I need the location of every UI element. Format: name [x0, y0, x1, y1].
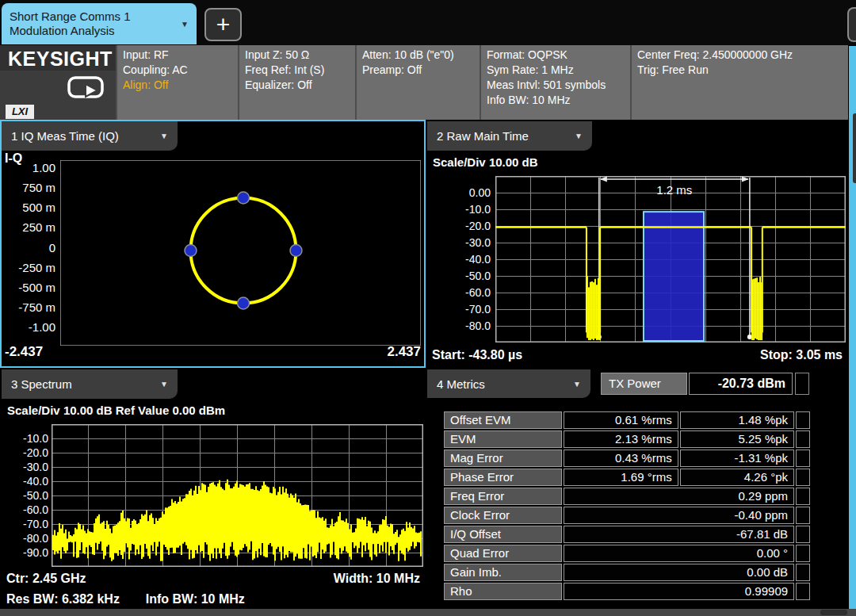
window-title-dropdown-rawtime[interactable]: 2 Raw Main Time ▼	[427, 121, 592, 151]
metric-label: Phase Error	[444, 469, 562, 486]
burst-marker-dot	[747, 335, 752, 339]
metric-peak-value: -1.31 %pk	[680, 450, 794, 467]
metrics-row: Freq Error0.29 ppm	[444, 488, 810, 505]
metric-trailing-cell	[796, 411, 810, 429]
header-column-5[interactable]: Center Freq: 2.450000000 GHzTrig: Free R…	[630, 45, 843, 120]
spectrum-display[interactable]	[52, 424, 423, 567]
metrics-row: Quad Error0.00 °	[444, 545, 810, 562]
metric-value: 0.00 °	[564, 545, 794, 562]
lxi-badge: LXI	[6, 105, 34, 119]
adjacent-window-button	[853, 113, 856, 183]
iq-constellation-display[interactable]	[60, 160, 421, 346]
tab-label-line1: Short Range Comms 1	[10, 10, 131, 24]
metrics-row: I/Q Offset-67.81 dB	[444, 526, 810, 543]
window-title-dropdown-iq[interactable]: 1 IQ Meas Time (IQ) ▼	[2, 121, 178, 151]
window-title-dropdown-metrics[interactable]: 4 Metrics ▼	[427, 369, 590, 398]
window-title: 3 Spectrum	[11, 377, 72, 391]
header-setting: Format: OQPSK	[487, 48, 630, 63]
center-freq-label: Ctr: 2.45 GHz	[6, 572, 86, 586]
metric-value: 0.29 ppm	[564, 488, 794, 505]
y-axis-tick: -80.0	[430, 319, 491, 333]
metric-trailing-cell	[796, 545, 810, 562]
y-axis-tick: -80.0	[5, 531, 48, 545]
metric-trailing-cell	[796, 469, 810, 486]
y-axis-tick: -10.0	[5, 431, 48, 446]
metric-peak-value: 5.25 %pk	[680, 430, 794, 448]
span-width-label: Width: 10 MHz	[262, 572, 420, 586]
tx-power-trailing-cell	[795, 373, 809, 395]
panel-metrics[interactable]: 4 Metrics ▼ TX Power -20.73 dBm Offset E…	[427, 369, 847, 607]
header-setting: Info BW: 10 MHz	[487, 93, 630, 108]
header-setting: Coupling: AC	[123, 63, 238, 78]
bottom-strip-notch	[820, 610, 847, 615]
analyzer-screen: Short Range Comms 1 Modulation Analysis …	[0, 0, 856, 616]
metric-peak-value: 1.48 %pk	[680, 411, 794, 429]
header-setting: Input Z: 50 Ω	[245, 48, 355, 63]
header-column-4[interactable]: Format: OQPSKSym Rate: 1 MHzMeas Intvl: …	[480, 45, 630, 120]
constellation-point	[290, 245, 302, 257]
tab-label-line2: Modulation Analysis	[10, 24, 131, 38]
window-title: 1 IQ Meas Time (IQ)	[11, 129, 119, 143]
header-setting: Meas Intvl: 501 symbols	[487, 78, 630, 93]
screen-mirror-icon	[67, 75, 105, 101]
y-axis-tick: -500 m	[5, 281, 55, 295]
clipped-corner-button[interactable]	[847, 7, 856, 42]
metrics-row: Phase Error1.69 °rms4.26 °pk	[444, 469, 810, 486]
y-axis-tick: 500 m	[5, 201, 55, 215]
window-title: 2 Raw Main Time	[437, 129, 529, 143]
bottom-status-strip	[0, 609, 856, 616]
window-title-dropdown-spectrum[interactable]: 3 Spectrum ▼	[2, 369, 178, 399]
y-axis-tick: -20.0	[430, 219, 491, 233]
header-setting: Align: Off	[123, 78, 238, 93]
header-setting: Atten: 10 dB ("e"0)	[362, 48, 480, 63]
y-axis-tick: -250 m	[5, 261, 55, 275]
y-axis-tick: -40.0	[5, 474, 48, 488]
header-column-3[interactable]: Atten: 10 dB ("e"0)Preamp: Off	[355, 45, 480, 120]
constellation-point	[238, 297, 250, 309]
metrics-row: Rho0.99909	[444, 583, 810, 600]
x-min-label: -2.437	[5, 344, 43, 360]
metrics-row: Offset EVM0.61 %rms1.48 %pk	[444, 411, 810, 429]
chevron-down-icon: ▼	[149, 380, 168, 388]
scale-per-div-label: Scale/Div 10.00 dB Ref Value 0.00 dBm	[7, 404, 225, 417]
metric-trailing-cell	[796, 430, 810, 448]
metric-label: Clock Error	[444, 507, 562, 524]
tab-label: Short Range Comms 1 Modulation Analysis	[10, 10, 131, 38]
metric-peak-value: 4.26 °pk	[680, 469, 794, 486]
header-column-1[interactable]: Input: RFCoupling: ACAlign: Off	[116, 45, 238, 120]
y-axis-tick: -750 m	[5, 300, 55, 315]
metrics-row: Gain Imb.0.00 dB	[444, 564, 810, 581]
y-axis-tick: 1.00	[5, 161, 55, 175]
metric-value: -0.40 ppm	[564, 507, 794, 524]
metric-label: Quad Error	[444, 545, 562, 562]
header-column-2[interactable]: Input Z: 50 ΩFreq Ref: Int (S)Equalizer:…	[238, 45, 355, 120]
panel-iq-meas-time[interactable]: 1 IQ Meas Time (IQ) ▼ I-Q -2.437 2.437 1…	[2, 121, 424, 366]
chevron-down-icon: ▼	[181, 20, 189, 29]
header-setting: Sym Rate: 1 MHz	[487, 63, 630, 78]
metric-trailing-cell	[796, 526, 810, 543]
info-bw-label: Info BW: 10 MHz	[146, 592, 245, 606]
bandwidth-line: Res BW: 6.382 kHz Info BW: 10 MHz	[6, 592, 245, 606]
metric-trailing-cell	[796, 583, 810, 600]
tab-short-range-comms[interactable]: Short Range Comms 1 Modulation Analysis …	[2, 3, 197, 44]
panel-spectrum[interactable]: 3 Spectrum ▼ Scale/Div 10.00 dB Ref Valu…	[2, 369, 424, 607]
metric-value: 0.99909	[564, 583, 794, 600]
metric-label: EVM	[444, 430, 562, 448]
metric-trailing-cell	[796, 488, 810, 505]
y-axis-tick: 750 m	[5, 181, 55, 195]
raw-main-time-display[interactable]: 1.2 ms	[495, 176, 846, 342]
y-axis-tick: -50.0	[430, 269, 491, 283]
panel-raw-main-time[interactable]: 2 Raw Main Time ▼ Scale/Div 10.00 dB Sta…	[427, 121, 847, 366]
measurement-interval-selection	[644, 212, 704, 341]
metric-rms-value: 0.61 %rms	[564, 411, 678, 429]
metric-rms-value: 1.69 °rms	[564, 469, 678, 486]
add-tab-button[interactable]: +	[204, 8, 242, 41]
constellation-point	[185, 245, 197, 257]
constellation-point	[238, 192, 250, 204]
header-setting: Center Freq: 2.450000000 GHz	[637, 48, 843, 63]
y-axis-tick: -30.0	[5, 460, 48, 474]
y-axis-tick: -20.0	[5, 446, 48, 460]
y-axis-tick: -60.0	[430, 285, 491, 300]
metric-label: Gain Imb.	[444, 564, 562, 581]
tx-power-label: TX Power	[601, 373, 687, 395]
